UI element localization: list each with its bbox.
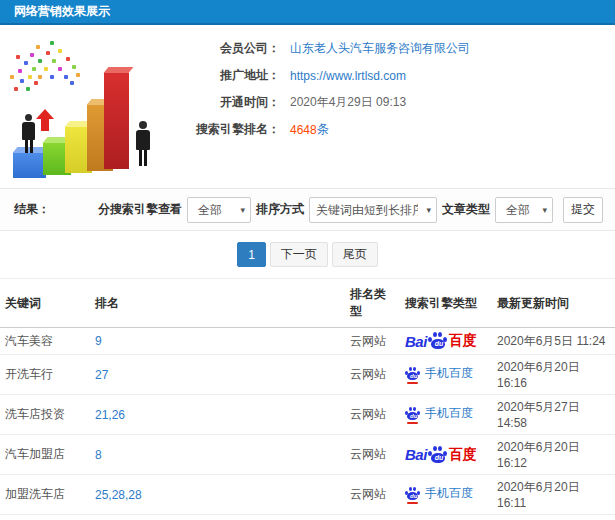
up-arrow-icon	[36, 109, 54, 131]
rank-link[interactable]: 21,26	[95, 408, 125, 422]
keyword-cell: 汽车美容	[0, 328, 90, 355]
next-page-button[interactable]: 下一页	[270, 242, 328, 267]
top-section: 会员公司： 山东老人头汽车服务咨询有限公司 推广地址： https://www.…	[0, 25, 615, 189]
mobile-baidu-logo: du手机百度	[405, 485, 473, 502]
page: 网络营销效果展示 会员公司： 山东老人头汽车服务咨询有限公司 推广	[0, 0, 615, 520]
engine-filter-select[interactable]: 全部	[187, 197, 251, 223]
article-type-select[interactable]: 全部	[495, 197, 553, 223]
rank-type-cell: 云网站	[345, 395, 400, 435]
rank-cell: 30	[90, 515, 345, 520]
engine-cell: du手机百度	[400, 515, 492, 520]
article-type-wrap: 全部	[495, 197, 553, 223]
engine-rank-label: 搜索引擎排名：	[185, 121, 280, 138]
table-row: 开洗车行27云网站du手机百度2020年6月20日 16:16	[0, 355, 615, 395]
mobile-baidu-logo: du手机百度	[405, 405, 473, 422]
mobile-baidu-paw-icon: du	[405, 367, 421, 381]
mobile-baidu-paw-icon: du	[405, 407, 421, 421]
engine-filter-label: 分搜索引擎查看	[98, 201, 182, 218]
rank-type-cell: 云网站	[345, 515, 400, 520]
col-header-engine-type: 搜索引擎类型	[400, 279, 492, 328]
rank-cell: 25,28,28	[90, 475, 345, 515]
pagination: 1 下一页 尾页	[0, 231, 615, 278]
sort-filter-select[interactable]: 关键词由短到长排序	[309, 197, 437, 223]
updated-cell: 2020年6月20日 16:16	[492, 355, 615, 395]
open-time-label: 开通时间：	[185, 94, 280, 111]
sort-filter-wrap: 关键词由短到长排序	[309, 197, 437, 223]
mobile-baidu-label: 手机百度	[425, 365, 473, 382]
engine-rank-unit: 条	[317, 121, 329, 138]
updated-cell: 2020年6月20日 16:12	[492, 515, 615, 520]
table-row: 汽车美容9云网站Baidu百度2020年6月5日 11:24	[0, 328, 615, 355]
company-name-link[interactable]: 山东老人头汽车服务咨询有限公司	[290, 40, 470, 57]
rank-link[interactable]: 27	[95, 368, 108, 382]
page-number-current[interactable]: 1	[237, 242, 266, 267]
rank-cell: 8	[90, 435, 345, 475]
illustration-bar-red	[104, 73, 129, 169]
col-header-keyword: 关键词	[0, 279, 90, 328]
sort-filter-label: 排序方式	[256, 201, 304, 218]
engine-cell: du手机百度	[400, 355, 492, 395]
keyword-cell: 洗车店投资	[0, 395, 90, 435]
results-table: 关键词 排名 排名类型 搜索引擎类型 最新更新时间 汽车美容9云网站Baidu百…	[0, 278, 615, 520]
engine-rank-count: 4648	[290, 123, 317, 137]
rank-link[interactable]: 9	[95, 334, 102, 348]
info-row-company: 会员公司： 山东老人头汽车服务咨询有限公司	[185, 35, 615, 62]
rank-cell: 21,26	[90, 395, 345, 435]
baidu-paw-icon: du	[428, 446, 448, 464]
result-label: 结果：	[0, 201, 50, 218]
table-row: 洗车店投资21,26云网站du手机百度2020年5月27日 14:58	[0, 395, 615, 435]
open-time-value: 2020年4月29日 09:13	[290, 94, 406, 111]
keyword-cell: 洗车赚钱吗	[0, 515, 90, 520]
mobile-baidu-label: 手机百度	[425, 405, 473, 422]
updated-cell: 2020年5月27日 14:58	[492, 395, 615, 435]
submit-button[interactable]: 提交	[563, 197, 603, 223]
updated-cell: 2020年6月20日 16:12	[492, 435, 615, 475]
table-row: 洗车赚钱吗30云网站du手机百度2020年6月20日 16:12	[0, 515, 615, 520]
updated-cell: 2020年6月20日 16:11	[492, 475, 615, 515]
promo-url-label: 推广地址：	[185, 67, 280, 84]
baidu-paw-icon: du	[428, 332, 448, 350]
rank-type-cell: 云网站	[345, 328, 400, 355]
rank-type-cell: 云网站	[345, 475, 400, 515]
col-header-rank: 排名	[90, 279, 345, 328]
bar-chart-illustration	[0, 25, 185, 188]
businessman-figure-left	[22, 114, 35, 153]
mobile-baidu-logo: du手机百度	[405, 365, 473, 382]
updated-cell: 2020年6月5日 11:24	[492, 328, 615, 355]
mobile-baidu-label: 手机百度	[425, 485, 473, 502]
rank-link[interactable]: 8	[95, 448, 102, 462]
engine-cell: du手机百度	[400, 395, 492, 435]
confetti-decoration	[6, 35, 10, 39]
table-header-row: 关键词 排名 排名类型 搜索引擎类型 最新更新时间	[0, 279, 615, 328]
col-header-rank-type: 排名类型	[345, 279, 400, 328]
illustration-bar-blue	[13, 153, 46, 178]
info-row-url: 推广地址： https://www.lrtlsd.com	[185, 62, 615, 89]
article-type-label: 文章类型	[442, 201, 490, 218]
baidu-logo: Baidu百度	[405, 446, 477, 464]
info-row-open-time: 开通时间： 2020年4月29日 09:13	[185, 89, 615, 116]
table-row: 汽车加盟店8云网站Baidu百度2020年6月20日 16:12	[0, 435, 615, 475]
keyword-cell: 汽车加盟店	[0, 435, 90, 475]
rank-link[interactable]: 25,28,28	[95, 488, 142, 502]
company-label: 会员公司：	[185, 40, 280, 57]
rank-type-cell: 云网站	[345, 435, 400, 475]
rank-type-cell: 云网站	[345, 355, 400, 395]
rank-cell: 27	[90, 355, 345, 395]
engine-cell: Baidu百度	[400, 435, 492, 475]
col-header-updated: 最新更新时间	[492, 279, 615, 328]
engine-cell: du手机百度	[400, 475, 492, 515]
filter-bar: 结果： 分搜索引擎查看 全部 排序方式 关键词由短到长排序 文章类型 全部 提交	[0, 189, 615, 231]
last-page-button[interactable]: 尾页	[332, 242, 378, 267]
promo-url-link[interactable]: https://www.lrtlsd.com	[290, 69, 406, 83]
table-row: 加盟洗车店25,28,28云网站du手机百度2020年6月20日 16:11	[0, 475, 615, 515]
engine-cell: Baidu百度	[400, 328, 492, 355]
engine-filter-wrap: 全部	[187, 197, 251, 223]
info-row-rank: 搜索引擎排名： 4648 条	[185, 116, 615, 143]
keyword-cell: 开洗车行	[0, 355, 90, 395]
keyword-cell: 加盟洗车店	[0, 475, 90, 515]
baidu-logo: Baidu百度	[405, 332, 477, 350]
page-header: 网络营销效果展示	[0, 0, 615, 25]
mobile-baidu-paw-icon: du	[405, 487, 421, 501]
company-info-panel: 会员公司： 山东老人头汽车服务咨询有限公司 推广地址： https://www.…	[185, 25, 615, 188]
rank-cell: 9	[90, 328, 345, 355]
